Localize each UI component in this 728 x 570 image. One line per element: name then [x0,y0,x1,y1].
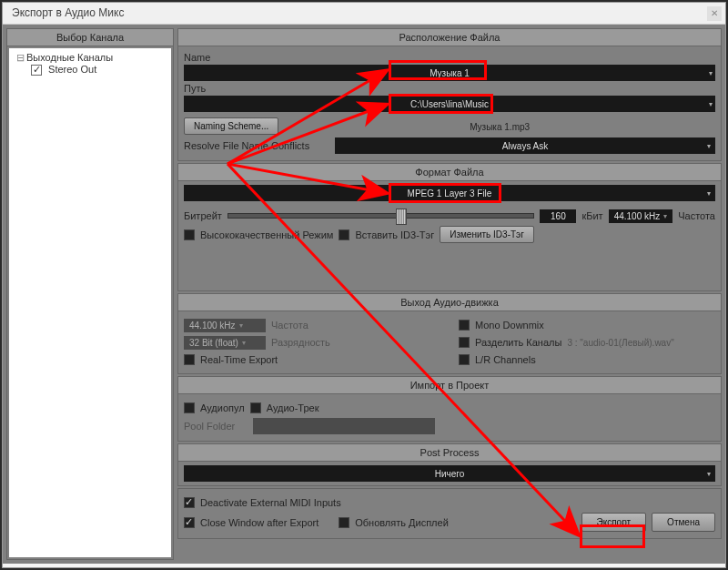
file-location-panel: Расположение Файла Name Музыка 1 ▾ Путь … [177,28,722,161]
tree-root[interactable]: ⊟Выходные Каналы [13,52,167,64]
chevron-down-icon: ▾ [707,189,711,198]
bitrate-slider[interactable] [228,213,535,219]
realtime-checkbox[interactable] [184,354,195,365]
chevron-down-icon: ▾ [707,470,711,478]
postprocess-header: Post Process [178,444,721,462]
import-header: Импорт в Проект [178,377,721,394]
audio-engine-header: Выход Аудио-движка [178,294,721,311]
titlebar: Экспорт в Аудио Микс ✕ [3,3,725,25]
mono-checkbox[interactable] [459,320,470,331]
slider-thumb[interactable] [396,209,407,225]
conflicts-dropdown[interactable]: Always Ask ▾ [335,137,715,154]
id3-label: Вставить ID3-Тэг [355,229,434,240]
footer-panel: Deactivate External MIDI Inputs Close Wi… [177,488,722,539]
name-input[interactable]: Музыка 1 ▾ [184,65,715,81]
samplerate-dropdown[interactable]: 44.100 kHz ▾ [609,209,673,223]
close-icon[interactable]: ✕ [707,6,722,21]
audiopool-checkbox[interactable] [184,402,195,413]
postprocess-panel: Post Process Ничего ▾ [177,443,722,486]
file-format-panel: Формат Файла MPEG 1 Layer 3 File ▾ Битре… [177,163,722,291]
pool-folder-input [253,418,435,434]
update-display-checkbox[interactable] [339,517,349,528]
bitrate-value[interactable]: 160 [540,209,576,223]
dropdown-icon[interactable]: ▾ [709,69,713,77]
tree-child[interactable]: Stereo Out [13,64,167,76]
bitrate-label: Битрейт [184,210,222,221]
file-format-header: Формат Файла [178,164,721,181]
chevron-down-icon: ▾ [707,142,711,150]
ae-bitdepth-dropdown: 32 Bit (float)▾ [184,336,266,350]
name-label: Name [184,52,715,63]
ae-samplerate-dropdown: 44.100 kHz▾ [184,319,266,332]
audiotrack-checkbox[interactable] [250,402,261,413]
deactivate-midi-checkbox[interactable] [184,497,195,508]
kbit-label: кБит [581,210,602,221]
edit-id3-button[interactable]: Изменить ID3-Тэг [440,226,534,243]
lr-checkbox[interactable] [459,354,470,365]
audio-engine-panel: Выход Аудио-движка 44.100 kHz▾ Частота [177,293,722,374]
split-checkbox[interactable] [459,337,470,348]
naming-scheme-button[interactable]: Naming Scheme... [184,117,278,135]
id3-checkbox[interactable] [339,229,349,240]
checkbox-icon[interactable] [31,65,42,76]
dropdown-icon[interactable]: ▾ [709,100,713,108]
freq-label: Частота [678,210,715,221]
export-dialog: Экспорт в Аудио Микс ✕ Выбор Канала ⊟Вых… [2,2,726,568]
export-button[interactable]: Экспорт [581,513,647,532]
sidebar-header: Выбор Канала [7,29,173,46]
close-after-checkbox[interactable] [184,517,195,528]
hq-checkbox[interactable] [184,229,195,240]
import-panel: Импорт в Проект Аудиопул Аудио-Трек Pool… [177,376,722,442]
chevron-down-icon: ▾ [663,212,667,220]
path-label: Путь [184,83,715,94]
path-input[interactable]: C:\Users\lina\Music ▾ [184,96,715,112]
postprocess-dropdown[interactable]: Ничего ▾ [184,465,715,482]
channel-tree[interactable]: ⊟Выходные Каналы Stereo Out [9,48,171,557]
conflicts-label: Resolve File Name Conflicts [184,140,329,151]
result-filename: Музыка 1.mp3 [284,122,715,132]
channel-sidebar: Выбор Канала ⊟Выходные Каналы Stereo Out [6,28,174,560]
hq-label: Высококачественный Режим [200,229,333,240]
window-title: Экспорт в Аудио Микс [12,6,124,19]
cancel-button[interactable]: Отмена [652,513,715,532]
format-dropdown[interactable]: MPEG 1 Layer 3 File ▾ [184,185,715,201]
file-location-header: Расположение Файла [178,29,721,46]
